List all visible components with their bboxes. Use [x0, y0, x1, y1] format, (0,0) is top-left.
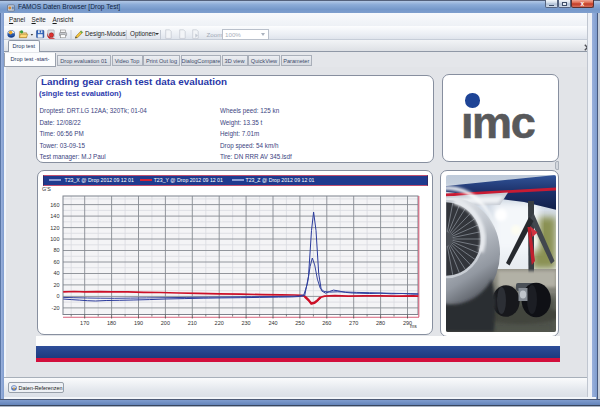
svg-text:280: 280: [376, 320, 385, 326]
svg-text:190: 190: [134, 320, 143, 326]
svg-text:180: 180: [107, 320, 116, 326]
svg-text:60: 60: [53, 259, 59, 265]
svg-text:100: 100: [50, 236, 59, 242]
svg-text:40: 40: [53, 270, 59, 276]
svg-text:220: 220: [215, 320, 224, 326]
svg-text:120: 120: [50, 225, 59, 231]
svg-text:ms: ms: [410, 323, 417, 329]
svg-text:250: 250: [295, 320, 304, 326]
svg-text:200: 200: [161, 320, 170, 326]
svg-text:230: 230: [242, 320, 251, 326]
svg-text:80: 80: [53, 247, 59, 253]
svg-text:270: 270: [349, 320, 358, 326]
svg-text:260: 260: [322, 320, 331, 326]
svg-text:210: 210: [188, 320, 197, 326]
svg-text:0: 0: [56, 293, 59, 299]
svg-text:G'S: G'S: [42, 186, 51, 192]
svg-text:140: 140: [50, 213, 59, 219]
svg-text:240: 240: [268, 320, 277, 326]
svg-text:20: 20: [53, 282, 59, 288]
svg-text:-20: -20: [52, 305, 60, 311]
svg-text:160: 160: [50, 202, 59, 208]
svg-text:170: 170: [80, 320, 89, 326]
